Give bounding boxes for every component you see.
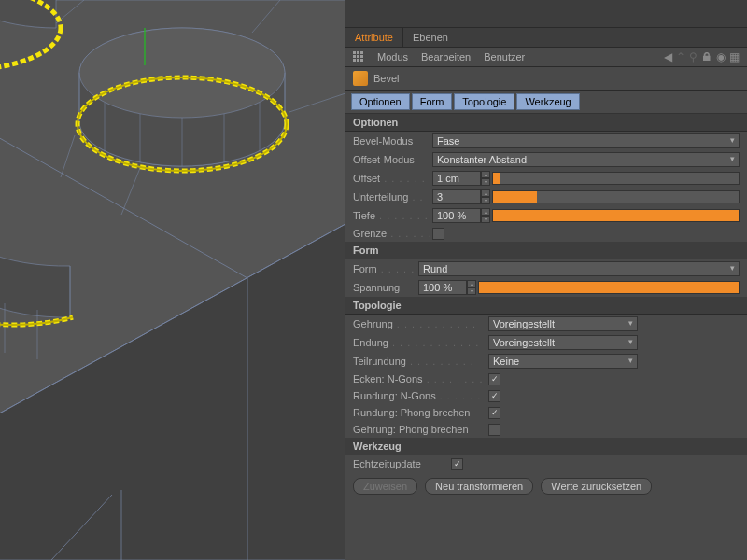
select-bevel-modus[interactable]: Fase (432, 133, 740, 148)
select-form[interactable]: Rund (418, 261, 740, 276)
section-form: Form (345, 242, 747, 259)
label-offset: Offset . . . . . . (353, 173, 432, 184)
lock-icon[interactable]: 🔒︎ (701, 50, 712, 63)
button-neu-transformieren[interactable]: Neu transformieren (425, 478, 533, 495)
label-grenze: Grenze . . . . . . (353, 228, 432, 239)
menu-benutzer[interactable]: Benutzer (484, 51, 525, 63)
slider-offset[interactable] (492, 172, 740, 185)
nav-person-icon[interactable]: ⚲ (689, 50, 698, 63)
label-teilrundung: Teilrundung . . . . . . . . . (353, 356, 488, 367)
subtab-form[interactable]: Form (412, 93, 453, 110)
label-ecken-ngons: Ecken: N-Gons . . . . . . . . (353, 373, 488, 385)
checkbox-echtzeit[interactable]: ✓ (451, 458, 463, 470)
menu-bearbeiten[interactable]: Bearbeiten (421, 51, 471, 63)
label-gehrung-phong: Gehrung: Phong brechen (353, 424, 488, 435)
subtab-optionen[interactable]: Optionen (351, 93, 410, 110)
select-gehrung[interactable]: Voreingestellt (488, 316, 638, 331)
attribute-panel: Attribute Ebenen Modus Bearbeiten Benutz… (345, 0, 747, 560)
3d-viewport[interactable] (0, 0, 345, 560)
spinner-tiefe[interactable]: ▴▾ (481, 208, 490, 223)
checkbox-rundung-ngons[interactable]: ✓ (488, 390, 500, 402)
input-offset[interactable] (432, 171, 481, 186)
arrow-left-icon[interactable]: ◀ (664, 50, 672, 63)
checkbox-grenze[interactable] (432, 228, 444, 240)
select-endung[interactable]: Voreingestellt (488, 335, 638, 350)
slider-tiefe[interactable] (492, 209, 740, 222)
svg-rect-33 (360, 55, 363, 58)
svg-rect-36 (360, 59, 363, 62)
svg-rect-31 (353, 55, 356, 58)
mode-icon[interactable] (353, 51, 364, 63)
label-unterteilung: Unterteilung . . (353, 191, 432, 203)
svg-rect-29 (357, 51, 359, 54)
tool-name: Bevel (374, 73, 400, 84)
label-rundung-ngons: Rundung: N-Gons . . . . . . (353, 390, 488, 401)
select-teilrundung[interactable]: Keine (488, 354, 638, 369)
svg-rect-30 (360, 51, 363, 54)
nav-up-icon[interactable]: ⌃ (676, 50, 685, 63)
label-form: Form . . . . . (353, 263, 418, 274)
tool-header: Bevel (345, 67, 747, 91)
input-tiefe[interactable] (432, 208, 481, 223)
button-zuweisen[interactable]: Zuweisen (353, 478, 417, 495)
checkbox-rundung-phong[interactable]: ✓ (488, 407, 500, 419)
select-offset-modus[interactable]: Konstanter Abstand (432, 152, 740, 167)
section-werkzeug: Werkzeug (345, 438, 747, 455)
panel-header-empty (345, 0, 747, 28)
subtab-werkzeug[interactable]: Werkzeug (516, 93, 579, 110)
input-spannung[interactable] (418, 280, 467, 295)
settings-icon[interactable]: ▦ (729, 50, 740, 63)
label-echtzeit: Echtzeitupdate (353, 458, 451, 469)
attribute-menubar: Modus Bearbeiten Benutzer ◀ ⌃ ⚲ 🔒︎ ◉ ▦ (345, 48, 747, 67)
section-topologie: Topologie (345, 297, 747, 315)
label-gehrung: Gehrung . . . . . . . . . . . (353, 318, 488, 329)
checkbox-gehrung-phong[interactable] (488, 424, 500, 436)
menu-modus[interactable]: Modus (377, 51, 408, 63)
button-werte-zuruecksetzen[interactable]: Werte zurücksetzen (541, 478, 652, 495)
input-unterteilung[interactable] (432, 189, 481, 204)
slider-spannung[interactable] (478, 281, 740, 294)
section-optionen: Optionen (345, 114, 747, 132)
label-spannung: Spannung (353, 282, 418, 293)
panel-tabs: Attribute Ebenen (345, 28, 747, 48)
checkbox-ecken-ngons[interactable]: ✓ (488, 373, 500, 385)
slider-unterteilung[interactable] (492, 190, 740, 203)
tab-attribute[interactable]: Attribute (345, 28, 403, 47)
target-icon[interactable]: ◉ (716, 50, 726, 63)
tab-ebenen[interactable]: Ebenen (403, 28, 458, 47)
label-tiefe: Tiefe . . . . . . . (353, 210, 432, 221)
svg-point-8 (79, 28, 285, 118)
subtabs: Optionen Form Topologie Werkzeug (345, 91, 747, 114)
spinner-offset[interactable]: ▴▾ (481, 171, 490, 186)
spinner-unterteilung[interactable]: ▴▾ (481, 189, 490, 204)
svg-rect-28 (353, 51, 356, 54)
label-endung: Endung . . . . . . . . . . . . (353, 337, 488, 348)
spinner-spannung[interactable]: ▴▾ (467, 280, 476, 295)
subtab-topologie[interactable]: Topologie (454, 93, 514, 110)
svg-rect-32 (357, 55, 359, 58)
svg-rect-35 (357, 59, 359, 62)
label-bevel-modus: Bevel-Modus (353, 135, 432, 147)
bevel-tool-icon (353, 71, 368, 86)
label-offset-modus: Offset-Modus (353, 154, 432, 165)
label-rundung-phong: Rundung: Phong brechen (353, 407, 488, 418)
svg-rect-34 (353, 59, 356, 62)
